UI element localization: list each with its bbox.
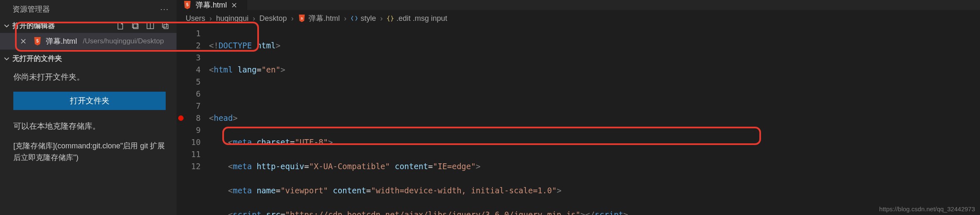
chevron-right-icon: ›	[209, 14, 212, 23]
code-content[interactable]: <!DOCTYPE html> <html lang="en"> <head> …	[209, 28, 980, 215]
layout-icon[interactable]	[146, 21, 155, 30]
html-file-icon: 5	[298, 14, 306, 23]
chevron-right-icon: ›	[291, 14, 294, 23]
open-editors-section[interactable]: 打开的编辑器	[0, 18, 177, 33]
clone-hint: 可以在本地克隆存储库。	[13, 120, 166, 132]
svg-rect-3	[162, 23, 167, 27]
tab-active[interactable]: 5 弹幕.html	[177, 0, 248, 10]
code-editor[interactable]: 1 2 3 4 5 6 7 8 9 10 11 12 <!DOCTYPE htm…	[177, 27, 980, 215]
line-numbers: 1 2 3 4 5 6 7 8 9 10 11 12	[186, 28, 209, 215]
explorer-title: 资源管理器	[12, 4, 50, 14]
save-all-icon[interactable]	[131, 21, 140, 30]
open-folder-button[interactable]: 打开文件夹	[13, 92, 166, 110]
code-block-icon	[351, 15, 358, 22]
crumb[interactable]: 弹幕.html	[308, 13, 340, 23]
no-folder-label: 无打开的文件夹	[12, 54, 62, 63]
svg-text:5: 5	[301, 17, 303, 20]
svg-text:5: 5	[186, 2, 189, 7]
chevron-right-icon: ›	[253, 14, 255, 23]
open-file-name: 弹幕.html	[46, 36, 77, 46]
no-folder-section[interactable]: 无打开的文件夹	[0, 50, 177, 66]
open-editor-item[interactable]: 5 弹幕.html /Users/huqinggui/Desktop	[0, 33, 177, 50]
sidebar-header: 资源管理器 ···	[0, 1, 177, 18]
chevron-right-icon: ›	[344, 14, 346, 23]
html-file-icon: 5	[33, 37, 42, 46]
breadcrumbs[interactable]: Users › huqinggui › Desktop › 5 弹幕.html …	[177, 10, 980, 27]
editor-area: 5 弹幕.html Users › huqinggui › Desktop › …	[177, 0, 980, 215]
crumb[interactable]: style	[361, 14, 376, 23]
clone-command-text: [克隆存储库](command:git.clone"启用 git 扩展后立即克隆…	[13, 140, 166, 164]
watermark: https://blog.csdn.net/qq_32442973	[879, 205, 975, 212]
svg-text:5: 5	[36, 39, 39, 43]
tab-label: 弹幕.html	[196, 0, 227, 10]
crumb[interactable]: .edit .msg input	[396, 14, 447, 23]
crumb[interactable]: Desktop	[259, 14, 287, 23]
brace-icon	[387, 15, 394, 22]
svg-rect-4	[164, 24, 168, 28]
chevron-down-icon	[3, 56, 10, 62]
close-icon[interactable]	[20, 38, 27, 45]
more-actions-icon[interactable]: ···	[160, 5, 169, 14]
open-editors-label: 打开的编辑器	[12, 21, 55, 30]
breakpoint-gutter[interactable]	[177, 28, 186, 215]
tab-bar: 5 弹幕.html	[177, 0, 980, 10]
close-all-icon[interactable]	[161, 21, 170, 30]
chevron-down-icon	[3, 23, 10, 29]
crumb[interactable]: Users	[186, 14, 205, 23]
explorer-sidebar: 资源管理器 ··· 打开的编辑器 5 弹	[0, 0, 177, 215]
chevron-right-icon: ›	[380, 14, 383, 23]
open-file-path: /Users/huqinggui/Desktop	[83, 37, 164, 45]
html-file-icon: 5	[183, 0, 192, 10]
close-icon[interactable]	[231, 2, 237, 8]
breakpoint-icon[interactable]	[178, 115, 184, 121]
no-folder-text: 你尚未打开文件夹。	[13, 71, 166, 83]
new-file-icon[interactable]	[116, 21, 125, 30]
crumb[interactable]: huqinggui	[216, 14, 249, 23]
